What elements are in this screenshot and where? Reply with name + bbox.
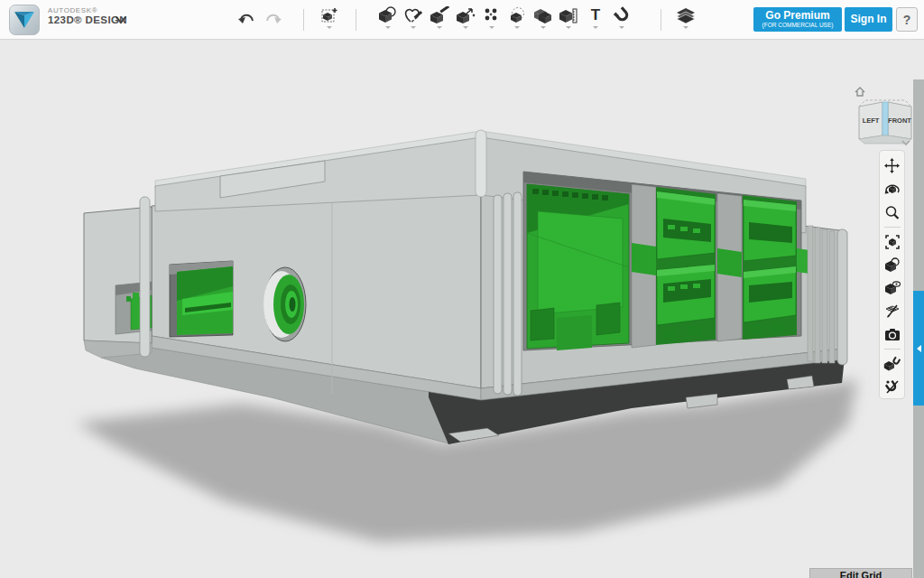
insert-icon	[320, 6, 338, 24]
redo-icon	[264, 13, 282, 27]
audio-jack-port[interactable]	[263, 267, 306, 341]
nav-divider	[884, 227, 901, 228]
material-tool-button[interactable]	[674, 6, 698, 33]
model-3d-view[interactable]	[0, 40, 924, 578]
dropdown-caret	[683, 26, 688, 29]
usb-stack-1[interactable]	[656, 187, 716, 345]
modify-icon	[456, 6, 476, 24]
measure-icon	[559, 6, 578, 24]
snap-object-button[interactable]	[882, 353, 903, 375]
redo-button[interactable]	[261, 7, 286, 33]
ethernet-connector[interactable]	[527, 184, 629, 350]
hide-icon	[884, 280, 901, 295]
dropdown-caret	[411, 26, 416, 29]
sketch-icon	[403, 6, 423, 24]
toolbar-divider	[356, 9, 356, 31]
top-toolbar: AUTODESK® 123D® DESIGN	[0, 0, 924, 40]
grid-toggle-icon	[884, 303, 901, 319]
camera-icon	[884, 328, 901, 341]
viewcube-left-label: LEFT	[863, 117, 880, 125]
hdmi-port[interactable]	[170, 261, 233, 337]
zoom-button[interactable]	[882, 201, 903, 223]
dropdown-caret	[385, 26, 391, 29]
navigation-toolbar	[879, 150, 905, 399]
dropdown-caret	[541, 26, 546, 29]
dropdown-caret	[593, 26, 598, 29]
model-left-end[interactable]	[84, 197, 152, 358]
dropdown-caret	[489, 26, 494, 29]
toolbar-divider	[303, 9, 304, 31]
measure-tool-button[interactable]	[557, 6, 580, 33]
app-logo-icon[interactable]	[9, 5, 40, 35]
pan-button[interactable]	[882, 155, 903, 177]
dropdown-caret	[619, 26, 624, 29]
panel-expand-arrow-icon	[917, 345, 921, 352]
snap-off-button[interactable]	[882, 376, 903, 397]
sign-in-button[interactable]: Sign In	[845, 7, 892, 32]
snap-icon	[612, 6, 632, 24]
port-recess[interactable]	[523, 172, 809, 350]
sign-in-label: Sign In	[851, 14, 887, 25]
go-premium-label: Go Premium	[765, 10, 829, 22]
viewcube-front-label: FRONT	[888, 117, 911, 125]
hide-show-button[interactable]	[882, 277, 903, 299]
pattern-icon	[483, 6, 501, 24]
collapsed-panel-tab[interactable]	[913, 291, 924, 406]
app-window: AUTODESK® 123D® DESIGN	[0, 0, 924, 578]
snap-off-icon	[884, 379, 901, 395]
123d-triangle-icon	[14, 10, 35, 30]
insert-tool-button[interactable]	[318, 6, 341, 33]
go-premium-button[interactable]: Go Premium (FOR COMMERCIAL USE)	[753, 7, 842, 32]
edit-grid-button[interactable]: Edit Grid	[809, 568, 912, 578]
construct-icon	[430, 6, 449, 24]
text-tool-button[interactable]: T	[584, 6, 607, 33]
dropdown-caret	[463, 26, 468, 29]
dropdown-caret	[327, 26, 332, 29]
pan-icon	[884, 158, 900, 173]
construct-tool-button[interactable]	[428, 6, 451, 33]
primitives-icon	[378, 6, 398, 24]
combine-tool-button[interactable]	[531, 6, 555, 33]
home-icon[interactable]	[855, 88, 864, 96]
dropdown-caret	[514, 26, 520, 29]
modify-tool-button[interactable]	[454, 6, 477, 33]
view-cube[interactable]: LEFT FRONT	[850, 83, 917, 146]
menu-chevron-icon[interactable]	[114, 14, 128, 26]
dropdown-caret	[437, 26, 442, 29]
grid-toggle-button[interactable]	[882, 301, 903, 322]
screenshot-button[interactable]	[882, 323, 903, 345]
sketch-tool-button[interactable]	[402, 6, 425, 33]
snap-tool-button[interactable]	[610, 6, 633, 33]
go-premium-sublabel: (FOR COMMERCIAL USE)	[762, 22, 834, 29]
zoom-icon	[884, 205, 900, 220]
combine-icon	[533, 6, 553, 24]
primitives-tool-button[interactable]	[376, 6, 400, 33]
grouping-icon	[507, 6, 527, 24]
viewport-canvas[interactable]: LEFT FRONT	[0, 40, 924, 578]
grid-settings-panel: Edit Grid Linear Snap Angular Snap	[809, 566, 912, 578]
toolbar-divider	[661, 9, 661, 31]
pattern-tool-button[interactable]	[480, 6, 504, 33]
grouping-tool-button[interactable]	[505, 6, 529, 33]
orbit-button[interactable]	[882, 179, 903, 200]
undo-button[interactable]	[234, 7, 259, 33]
nav-divider	[884, 349, 901, 350]
orbit-icon	[884, 182, 901, 197]
fit-view-button[interactable]	[882, 231, 903, 253]
help-button[interactable]: ?	[896, 7, 918, 32]
dropdown-caret	[566, 26, 571, 29]
view-mode-button[interactable]	[882, 254, 903, 275]
usb-stack-2[interactable]	[743, 195, 797, 340]
material-icon	[675, 6, 697, 24]
text-icon: T	[591, 6, 600, 24]
fit-icon	[884, 234, 901, 250]
shaded-view-icon	[884, 257, 901, 273]
undo-icon	[237, 13, 255, 27]
snap-cube-icon	[883, 356, 901, 371]
